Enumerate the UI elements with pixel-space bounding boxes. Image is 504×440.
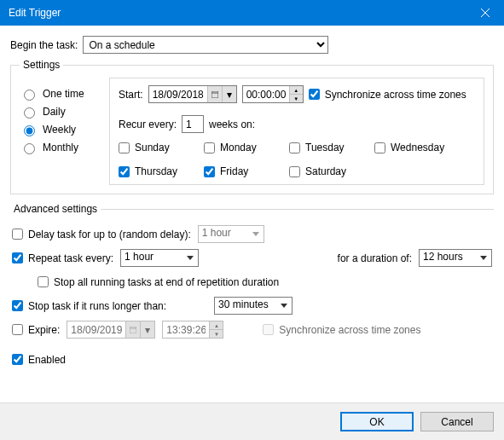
recur-suffix: weeks on:: [209, 119, 255, 130]
advanced-group: Advanced settings Delay task for up to (…: [10, 203, 494, 373]
frequency-radios: One time Daily Weekly Monthly: [20, 78, 101, 185]
begin-task-label: Begin the task:: [10, 39, 78, 51]
repeat-value-combo[interactable]: 1 hour: [120, 249, 199, 267]
spin-up-icon[interactable]: ▲: [290, 86, 303, 95]
delay-value-combo: 1 hour: [198, 225, 264, 243]
expire-sync-tz-checkbox: Synchronize across time zones: [263, 324, 420, 336]
sync-timezones-checkbox[interactable]: Synchronize across time zones: [309, 89, 466, 101]
calendar-icon[interactable]: [207, 86, 222, 102]
radio-weekly[interactable]: Weekly: [20, 123, 101, 136]
day-monday-checkbox[interactable]: Monday: [204, 142, 270, 153]
radio-monthly[interactable]: Monthly: [20, 141, 101, 154]
advanced-legend: Advanced settings: [10, 203, 101, 215]
cancel-button[interactable]: Cancel: [420, 412, 494, 431]
stop-long-checkbox[interactable]: Stop task if it runs longer than:: [12, 300, 166, 312]
close-button[interactable]: [466, 0, 504, 26]
delay-checkbox[interactable]: Delay task for up to (random delay):: [12, 229, 191, 240]
title-bar: Edit Trigger: [0, 0, 504, 26]
close-icon: [481, 9, 490, 17]
radio-one-time[interactable]: One time: [20, 87, 101, 101]
start-time-input[interactable]: ▲▼: [242, 85, 304, 103]
chevron-down-icon[interactable]: ▾: [222, 86, 236, 102]
duration-label: for a duration of:: [338, 252, 412, 264]
calendar-icon: [125, 321, 140, 338]
spin-down-icon: ▼: [210, 330, 223, 338]
expire-checkbox[interactable]: Expire:: [12, 324, 60, 336]
day-thursday-checkbox[interactable]: Thursday: [119, 165, 185, 177]
chevron-down-icon: ▾: [140, 321, 154, 338]
start-date-input[interactable]: ▾: [148, 85, 237, 103]
spin-down-icon[interactable]: ▼: [290, 95, 303, 102]
ok-button[interactable]: OK: [340, 412, 414, 431]
day-saturday-checkbox[interactable]: Saturday: [289, 165, 356, 177]
expire-time-input: ▲▼: [162, 321, 223, 339]
radio-daily[interactable]: Daily: [20, 105, 101, 119]
stop-long-combo[interactable]: 30 minutes: [214, 297, 293, 315]
recur-label: Recur every:: [119, 119, 177, 130]
dialog-footer: OK Cancel: [0, 402, 504, 440]
settings-group: Settings One time Daily Weekly Monthly S…: [10, 59, 494, 194]
day-sunday-checkbox[interactable]: Sunday: [119, 142, 185, 153]
start-label: Start:: [119, 89, 143, 101]
day-friday-checkbox[interactable]: Friday: [204, 165, 270, 177]
recur-value-input[interactable]: [182, 115, 204, 133]
settings-legend: Settings: [20, 59, 63, 71]
spin-up-icon: ▲: [210, 321, 223, 330]
day-tuesday-checkbox[interactable]: Tuesday: [289, 142, 356, 153]
begin-task-select[interactable]: On a schedule: [83, 36, 328, 54]
stop-all-checkbox[interactable]: Stop all running tasks at end of repetit…: [38, 276, 279, 288]
window-title: Edit Trigger: [9, 7, 61, 19]
repeat-checkbox[interactable]: Repeat task every:: [12, 252, 113, 264]
expire-date-input: ▾: [67, 321, 155, 339]
svg-rect-4: [130, 327, 136, 333]
day-wednesday-checkbox[interactable]: Wednesday: [374, 142, 444, 153]
enabled-checkbox[interactable]: Enabled: [12, 354, 66, 366]
duration-value-combo[interactable]: 12 hours: [419, 249, 492, 267]
svg-rect-2: [211, 91, 218, 98]
